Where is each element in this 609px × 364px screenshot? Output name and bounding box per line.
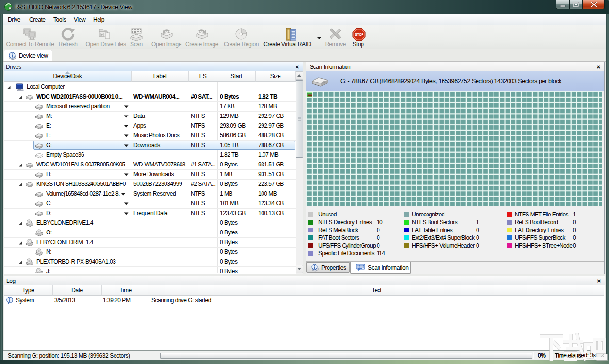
- svg-text:STOP: STOP: [355, 33, 363, 36]
